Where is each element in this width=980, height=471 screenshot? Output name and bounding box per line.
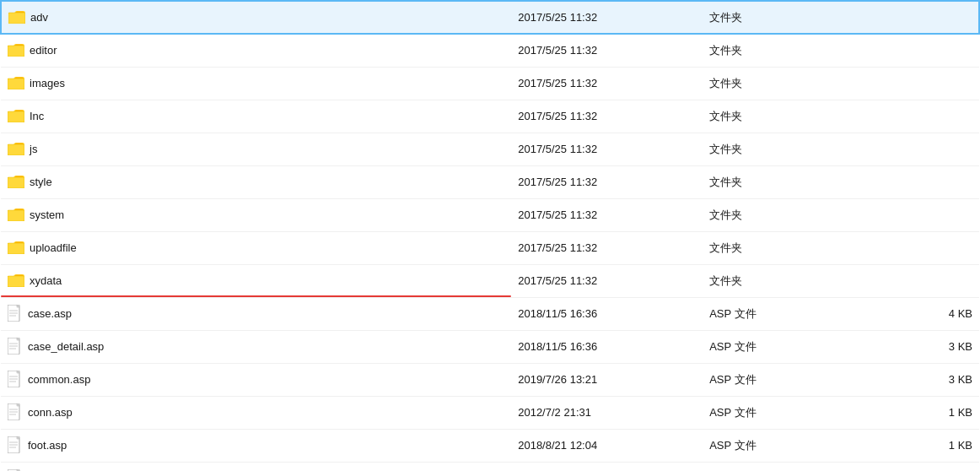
file-date: 2017/5/25 11:32 [511, 264, 703, 297]
table-row[interactable]: conn.asp 2012/7/2 21:31 ASP 文件 1 KB [1, 396, 979, 429]
svg-rect-34 [8, 276, 24, 287]
file-type: 文件夹 [703, 34, 873, 67]
file-name-cell: style [1, 165, 511, 198]
file-name-cell: common.asp [1, 363, 511, 396]
asp-file-icon [8, 436, 23, 453]
file-size: 3 KB [873, 363, 979, 396]
asp-file-icon [8, 371, 23, 387]
file-date: 2017/5/25 11:32 [511, 1, 703, 34]
table-row[interactable]: case.asp 2018/11/5 16:36 ASP 文件 4 KB [1, 297, 979, 330]
file-type: ASP 文件 [703, 429, 873, 462]
file-date: 2017/5/25 11:32 [511, 34, 703, 67]
file-name: conn.asp [28, 406, 73, 419]
file-name-cell: foot.asp [1, 429, 511, 462]
file-name: editor [30, 44, 57, 57]
svg-rect-2 [8, 13, 25, 24]
file-date: 2017/5/25 11:32 [511, 165, 703, 198]
file-name: common.asp [28, 373, 90, 386]
table-row[interactable]: editor 2017/5/25 11:32 文件夹 [1, 34, 979, 67]
svg-rect-26 [8, 210, 24, 221]
file-name-cell: xydata [1, 264, 511, 297]
file-name-cell: gbook.asp [1, 462, 511, 471]
file-type: 文件夹 [703, 133, 873, 165]
svg-rect-30 [8, 243, 24, 254]
table-row[interactable]: foot.asp 2018/8/21 12:04 ASP 文件 1 KB [1, 429, 979, 462]
file-date: 2017/5/25 11:32 [511, 133, 703, 165]
file-name-cell: uploadfile [1, 231, 511, 264]
file-type: 文件夹 [703, 67, 873, 100]
file-type: 文件夹 [703, 264, 873, 297]
file-name: js [30, 143, 37, 155]
table-row[interactable]: system 2017/5/25 11:32 文件夹 [1, 198, 979, 231]
file-name: images [30, 77, 65, 89]
file-name-cell: case_detail.asp [1, 330, 511, 363]
file-date: 2012/7/2 21:31 [511, 396, 703, 429]
file-size [873, 231, 979, 264]
file-name: Inc [30, 110, 44, 122]
file-date: 2017/5/25 11:32 [511, 198, 703, 231]
table-row[interactable]: xydata 2017/5/25 11:32 文件夹 [1, 264, 979, 297]
asp-file-icon [8, 403, 23, 420]
file-type: ASP 文件 [703, 462, 873, 471]
file-name-cell: images [1, 67, 511, 100]
file-type: 文件夹 [703, 198, 873, 231]
file-type: ASP 文件 [703, 396, 873, 429]
table-row[interactable]: gbook.asp 2017/5/25 11:32 ASP 文件 5 KB [1, 462, 979, 471]
file-size: 3 KB [873, 330, 979, 363]
folder-icon [8, 10, 25, 24]
file-date: 2017/5/25 11:32 [511, 67, 703, 100]
file-name-cell: case.asp [1, 297, 511, 330]
table-row[interactable]: common.asp 2019/7/26 13:21 ASP 文件 3 KB [1, 363, 979, 396]
folder-icon [8, 142, 24, 155]
folder-icon [8, 76, 24, 89]
file-name: foot.asp [28, 439, 67, 452]
file-size [873, 1, 979, 34]
file-size: 5 KB [873, 462, 979, 471]
file-name-cell: Inc [1, 100, 511, 133]
file-name: system [30, 208, 64, 221]
file-date: 2017/5/25 11:32 [511, 462, 703, 471]
file-size [873, 264, 979, 297]
asp-file-icon [8, 305, 23, 322]
folder-icon [8, 109, 24, 122]
svg-rect-18 [8, 144, 24, 155]
file-name-cell: js [1, 133, 511, 165]
file-size [873, 198, 979, 231]
svg-rect-14 [8, 111, 24, 122]
file-name: style [30, 176, 52, 188]
file-name: case.asp [28, 307, 72, 320]
table-row[interactable]: uploadfile 2017/5/25 11:32 文件夹 [1, 231, 979, 264]
file-size [873, 165, 979, 198]
file-size [873, 67, 979, 100]
file-size: 1 KB [873, 396, 979, 429]
table-row[interactable]: Inc 2017/5/25 11:32 文件夹 [1, 100, 979, 133]
table-row[interactable]: case_detail.asp 2018/11/5 16:36 ASP 文件 3… [1, 330, 979, 363]
table-row[interactable]: style 2017/5/25 11:32 文件夹 [1, 165, 979, 198]
file-date: 2017/5/25 11:32 [511, 231, 703, 264]
file-date: 2018/11/5 16:36 [511, 297, 703, 330]
file-name-cell: system [1, 198, 511, 231]
file-type: 文件夹 [703, 100, 873, 133]
folder-icon [8, 273, 24, 287]
file-type: ASP 文件 [703, 297, 873, 330]
file-size: 4 KB [873, 297, 979, 330]
table-row[interactable]: adv 2017/5/25 11:32 文件夹 [1, 1, 979, 34]
folder-icon [8, 208, 24, 221]
file-size [873, 100, 979, 133]
file-size [873, 133, 979, 165]
file-name: xydata [30, 274, 62, 287]
file-date: 2019/7/26 13:21 [511, 363, 703, 396]
table-row[interactable]: images 2017/5/25 11:32 文件夹 [1, 67, 979, 100]
folder-icon [8, 43, 24, 57]
asp-file-icon [8, 338, 23, 355]
file-type: 文件夹 [703, 231, 873, 264]
file-type: 文件夹 [703, 1, 873, 34]
table-row[interactable]: js 2017/5/25 11:32 文件夹 [1, 133, 979, 165]
file-date: 2018/8/21 12:04 [511, 429, 703, 462]
file-type: 文件夹 [703, 165, 873, 198]
file-name-cell: conn.asp [1, 396, 511, 429]
file-date: 2017/5/25 11:32 [511, 100, 703, 133]
svg-rect-22 [8, 177, 24, 188]
file-name-cell: adv [1, 1, 511, 34]
file-name: case_detail.asp [28, 340, 104, 353]
